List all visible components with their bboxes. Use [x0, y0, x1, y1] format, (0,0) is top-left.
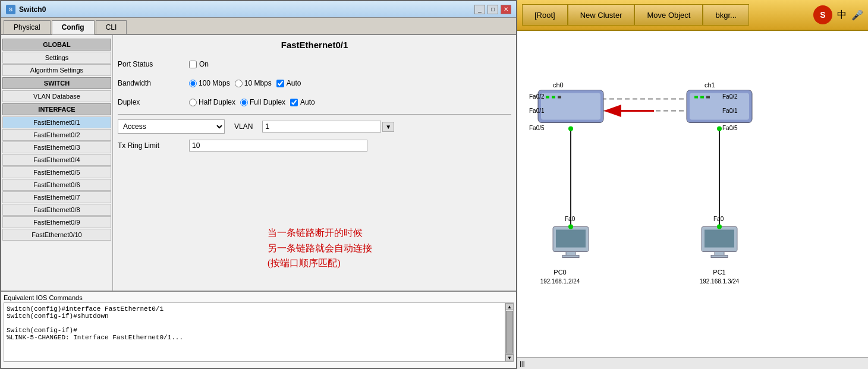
label-sw0-name: ch0 — [553, 81, 564, 89]
sidebar-section-global[interactable]: GLOBAL — [2, 39, 111, 51]
switch0-top — [541, 93, 600, 120]
switch1-top — [690, 93, 749, 120]
vlan-input[interactable] — [262, 121, 381, 133]
bandwidth-auto-group: Auto — [276, 79, 301, 87]
duplex-full-label: Full Duplex — [250, 98, 285, 106]
tab-config[interactable]: Config — [52, 20, 95, 34]
duplex-full-option: Full Duplex — [240, 98, 285, 106]
duplex-auto-group: Auto — [290, 98, 315, 106]
config-panel: FastEthernet0/1 Port Status On Bandwidth — [113, 35, 516, 291]
switch0-fa05-dot — [568, 127, 573, 131]
ios-content[interactable]: Switch(config)#interface FastEthernet0/1… — [4, 302, 505, 362]
panel-title: FastEthernet0/1 — [118, 40, 511, 50]
vlan-dropdown-btn[interactable]: ▼ — [382, 122, 394, 132]
pc0-device — [553, 225, 589, 258]
duplex-label: Duplex — [118, 98, 189, 106]
port-status-value: On — [189, 60, 511, 68]
port-status-on-label: On — [199, 60, 209, 68]
duplex-auto-checkbox[interactable] — [290, 99, 298, 106]
pc1-screen — [705, 230, 734, 248]
ios-line-2: Switch(config-if)#shutdown — [7, 313, 502, 320]
sidebar-item-vlan-database[interactable]: VLAN Database — [2, 90, 111, 102]
pc1-stand — [715, 252, 724, 256]
pc1-port-dot — [717, 225, 722, 229]
access-dropdown[interactable]: Access Trunk — [118, 119, 225, 134]
ios-line-5: %LINK-5-CHANGED: Interface FastEthernet0… — [7, 334, 502, 341]
bandwidth-radio-group: 100 Mbps 10 Mbps Auto — [189, 79, 301, 87]
switch1-fa05-dot — [717, 127, 722, 131]
new-cluster-button[interactable]: New Cluster — [568, 4, 635, 26]
chinese-char: 中 — [837, 9, 847, 21]
sidebar-item-algorithm-settings[interactable]: Algorithm Settings — [2, 64, 111, 76]
vlan-label: VLAN — [234, 122, 253, 131]
close-button[interactable]: ✕ — [501, 5, 511, 14]
maximize-button[interactable]: □ — [488, 5, 498, 14]
ios-scroll-up-btn[interactable]: ▲ — [505, 303, 514, 310]
window-title: Switch0 — [19, 5, 46, 14]
window-controls: _ □ ✕ — [474, 5, 511, 14]
sidebar-item-fe010[interactable]: FastEthernet0/10 — [2, 229, 111, 241]
sidebar-item-fe02[interactable]: FastEthernet0/2 — [2, 129, 111, 141]
tx-ring-label: Tx Ring Limit — [118, 141, 189, 150]
tx-ring-input[interactable] — [189, 140, 367, 152]
switch1-port2 — [700, 96, 704, 99]
toolbar: [Root] New Cluster Move Object bkgr... S… — [517, 0, 868, 31]
sohu-area: S 中 🎤 — [813, 5, 863, 24]
duplex-half-option: Half Duplex — [189, 98, 235, 106]
sidebar-item-fe05[interactable]: FastEthernet0/5 — [2, 166, 111, 178]
port-status-checkbox-group: On — [189, 60, 209, 68]
bandwidth-10mbps-option: 10 Mbps — [235, 79, 272, 87]
content-area: GLOBAL Settings Algorithm Settings SWITC… — [1, 35, 516, 291]
duplex-auto-label: Auto — [300, 98, 315, 106]
pc1-device — [702, 225, 737, 258]
switch-window: S Switch0 _ □ ✕ Physical Config CLI GLOB… — [0, 0, 517, 369]
sidebar-item-settings[interactable]: Settings — [2, 52, 111, 64]
ios-scrollbar[interactable]: ▲ ▼ — [505, 302, 514, 362]
tab-cli[interactable]: CLI — [96, 20, 127, 34]
label-pc1-ip: 192.168.1.3/24 — [700, 278, 740, 285]
label-sw1-name: ch1 — [705, 81, 715, 89]
ios-scroll-thumb[interactable] — [506, 311, 513, 354]
switch1-port3 — [706, 96, 710, 99]
annotation-overlay: 当一条链路断开的时候 另一条链路就会自动连接 (按端口顺序匹配) — [268, 225, 372, 271]
annotation-line3: (按端口顺序匹配) — [268, 256, 372, 271]
ios-panel: Equivalent IOS Commands Switch(config)#i… — [1, 291, 516, 368]
bandwidth-auto-checkbox[interactable] — [276, 80, 284, 87]
bandwidth-10mbps-label: 10 Mbps — [244, 79, 272, 87]
port-status-checkbox[interactable] — [189, 61, 197, 68]
sidebar-item-fe09[interactable]: FastEthernet0/9 — [2, 216, 111, 228]
sidebar-item-fe06[interactable]: FastEthernet0/6 — [2, 179, 111, 191]
duplex-half-label: Half Duplex — [199, 98, 235, 106]
sidebar-section-interface[interactable]: INTERFACE — [2, 103, 111, 115]
network-diagram: Fa0/2 Fa0/1 Fa0/5 Fa0/2 Fa0/1 Fa0/5 Fa0 … — [517, 31, 868, 357]
title-bar: S Switch0 _ □ ✕ — [1, 1, 516, 18]
sidebar: GLOBAL Settings Algorithm Settings SWITC… — [1, 35, 113, 291]
sohu-icon: S — [813, 5, 832, 24]
sidebar-section-switch[interactable]: SWITCH — [2, 77, 111, 89]
bkgr-button[interactable]: bkgr... — [703, 4, 749, 26]
switch0-port1 — [546, 96, 549, 99]
sidebar-item-fe01[interactable]: FastEthernet0/1 — [2, 116, 111, 128]
bandwidth-options: 100 Mbps 10 Mbps Auto — [189, 79, 511, 87]
port-status-row: Port Status On — [118, 57, 511, 71]
sidebar-item-fe03[interactable]: FastEthernet0/3 — [2, 141, 111, 153]
tab-physical[interactable]: Physical — [4, 20, 51, 34]
ios-scroll-down-btn[interactable]: ▼ — [505, 354, 514, 361]
minimize-button[interactable]: _ — [474, 5, 485, 14]
pc0-port-dot — [568, 225, 573, 229]
pc0-base — [562, 256, 579, 258]
move-object-button[interactable]: Move Object — [634, 4, 703, 26]
ios-line-1: Switch(config)#interface FastEthernet0/1 — [7, 305, 502, 313]
bandwidth-100mbps-label: 100 Mbps — [199, 79, 230, 87]
label-pc1-name: PC1 — [713, 269, 725, 276]
sidebar-item-fe04[interactable]: FastEthernet0/4 — [2, 154, 111, 166]
sidebar-item-fe07[interactable]: FastEthernet0/7 — [2, 191, 111, 203]
ios-line-4: Switch(config-if)# — [7, 327, 502, 334]
access-vlan-row: Access Trunk VLAN ▼ — [118, 119, 511, 134]
label-sw1-fa05: Fa0/5 — [722, 125, 738, 131]
status-text: ||| — [520, 360, 525, 367]
duplex-row: Duplex Half Duplex Full Duplex — [118, 95, 511, 109]
root-button[interactable]: [Root] — [522, 4, 568, 26]
sidebar-item-fe08[interactable]: FastEthernet0/8 — [2, 204, 111, 216]
label-sw0-fa02: Fa0/2 — [529, 93, 545, 100]
